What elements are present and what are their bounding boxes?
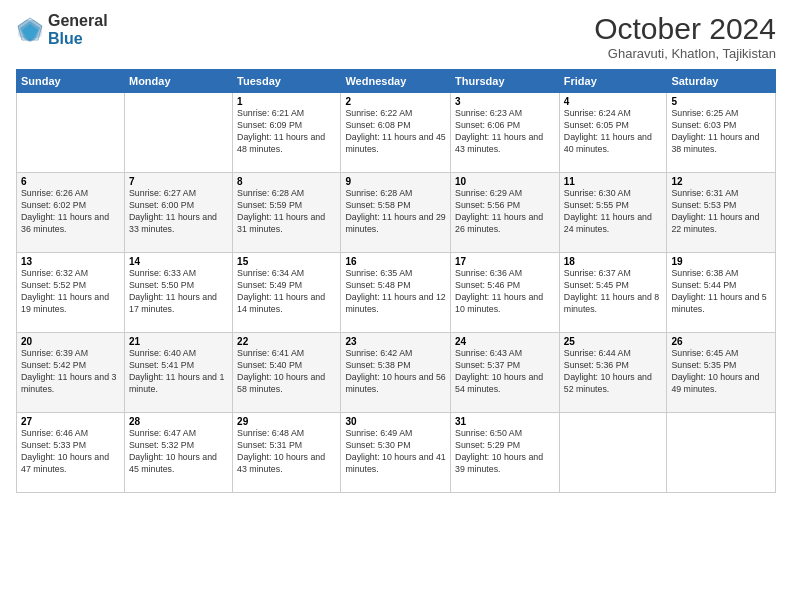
day-info: Sunrise: 6:24 AM Sunset: 6:05 PM Dayligh…: [564, 108, 663, 156]
weekday-header-saturday: Saturday: [667, 70, 776, 93]
day-info: Sunrise: 6:39 AM Sunset: 5:42 PM Dayligh…: [21, 348, 120, 396]
month-title: October 2024: [594, 12, 776, 46]
day-info: Sunrise: 6:35 AM Sunset: 5:48 PM Dayligh…: [345, 268, 446, 316]
calendar-cell: 3Sunrise: 6:23 AM Sunset: 6:06 PM Daylig…: [451, 93, 560, 173]
calendar-cell: 1Sunrise: 6:21 AM Sunset: 6:09 PM Daylig…: [233, 93, 341, 173]
calendar-cell: 28Sunrise: 6:47 AM Sunset: 5:32 PM Dayli…: [124, 413, 232, 493]
calendar-cell: 13Sunrise: 6:32 AM Sunset: 5:52 PM Dayli…: [17, 253, 125, 333]
day-info: Sunrise: 6:50 AM Sunset: 5:29 PM Dayligh…: [455, 428, 555, 476]
day-number: 28: [129, 416, 228, 427]
weekday-header-tuesday: Tuesday: [233, 70, 341, 93]
calendar-cell: [559, 413, 667, 493]
day-number: 2: [345, 96, 446, 107]
calendar-cell: 4Sunrise: 6:24 AM Sunset: 6:05 PM Daylig…: [559, 93, 667, 173]
day-number: 9: [345, 176, 446, 187]
calendar-week-2: 6Sunrise: 6:26 AM Sunset: 6:02 PM Daylig…: [17, 173, 776, 253]
day-info: Sunrise: 6:45 AM Sunset: 5:35 PM Dayligh…: [671, 348, 771, 396]
calendar-cell: 16Sunrise: 6:35 AM Sunset: 5:48 PM Dayli…: [341, 253, 451, 333]
calendar-header-row: SundayMondayTuesdayWednesdayThursdayFrid…: [17, 70, 776, 93]
day-number: 24: [455, 336, 555, 347]
calendar-cell: 31Sunrise: 6:50 AM Sunset: 5:29 PM Dayli…: [451, 413, 560, 493]
day-info: Sunrise: 6:37 AM Sunset: 5:45 PM Dayligh…: [564, 268, 663, 316]
calendar-table: SundayMondayTuesdayWednesdayThursdayFrid…: [16, 69, 776, 493]
calendar-cell: 21Sunrise: 6:40 AM Sunset: 5:41 PM Dayli…: [124, 333, 232, 413]
day-info: Sunrise: 6:26 AM Sunset: 6:02 PM Dayligh…: [21, 188, 120, 236]
day-info: Sunrise: 6:31 AM Sunset: 5:53 PM Dayligh…: [671, 188, 771, 236]
logo-general-text: General: [48, 12, 108, 30]
day-number: 1: [237, 96, 336, 107]
day-number: 21: [129, 336, 228, 347]
day-number: 5: [671, 96, 771, 107]
day-info: Sunrise: 6:30 AM Sunset: 5:55 PM Dayligh…: [564, 188, 663, 236]
calendar-cell: 14Sunrise: 6:33 AM Sunset: 5:50 PM Dayli…: [124, 253, 232, 333]
day-number: 30: [345, 416, 446, 427]
day-number: 27: [21, 416, 120, 427]
day-info: Sunrise: 6:40 AM Sunset: 5:41 PM Dayligh…: [129, 348, 228, 396]
calendar-cell: 11Sunrise: 6:30 AM Sunset: 5:55 PM Dayli…: [559, 173, 667, 253]
day-info: Sunrise: 6:23 AM Sunset: 6:06 PM Dayligh…: [455, 108, 555, 156]
logo-icon: [16, 16, 44, 44]
day-info: Sunrise: 6:46 AM Sunset: 5:33 PM Dayligh…: [21, 428, 120, 476]
page: General Blue October 2024 Gharavuti, Kha…: [0, 0, 792, 612]
calendar-cell: 23Sunrise: 6:42 AM Sunset: 5:38 PM Dayli…: [341, 333, 451, 413]
calendar-cell: 10Sunrise: 6:29 AM Sunset: 5:56 PM Dayli…: [451, 173, 560, 253]
day-info: Sunrise: 6:28 AM Sunset: 5:59 PM Dayligh…: [237, 188, 336, 236]
calendar-cell: 2Sunrise: 6:22 AM Sunset: 6:08 PM Daylig…: [341, 93, 451, 173]
calendar-cell: 29Sunrise: 6:48 AM Sunset: 5:31 PM Dayli…: [233, 413, 341, 493]
day-number: 15: [237, 256, 336, 267]
calendar-cell: [17, 93, 125, 173]
weekday-header-monday: Monday: [124, 70, 232, 93]
day-info: Sunrise: 6:22 AM Sunset: 6:08 PM Dayligh…: [345, 108, 446, 156]
calendar-cell: 17Sunrise: 6:36 AM Sunset: 5:46 PM Dayli…: [451, 253, 560, 333]
day-info: Sunrise: 6:32 AM Sunset: 5:52 PM Dayligh…: [21, 268, 120, 316]
calendar-cell: 27Sunrise: 6:46 AM Sunset: 5:33 PM Dayli…: [17, 413, 125, 493]
day-number: 17: [455, 256, 555, 267]
day-info: Sunrise: 6:29 AM Sunset: 5:56 PM Dayligh…: [455, 188, 555, 236]
location: Gharavuti, Khatlon, Tajikistan: [594, 46, 776, 61]
weekday-header-sunday: Sunday: [17, 70, 125, 93]
calendar-cell: 8Sunrise: 6:28 AM Sunset: 5:59 PM Daylig…: [233, 173, 341, 253]
day-number: 12: [671, 176, 771, 187]
weekday-header-thursday: Thursday: [451, 70, 560, 93]
day-number: 4: [564, 96, 663, 107]
day-info: Sunrise: 6:21 AM Sunset: 6:09 PM Dayligh…: [237, 108, 336, 156]
calendar-cell: [124, 93, 232, 173]
calendar-cell: 9Sunrise: 6:28 AM Sunset: 5:58 PM Daylig…: [341, 173, 451, 253]
day-number: 31: [455, 416, 555, 427]
day-info: Sunrise: 6:36 AM Sunset: 5:46 PM Dayligh…: [455, 268, 555, 316]
day-info: Sunrise: 6:33 AM Sunset: 5:50 PM Dayligh…: [129, 268, 228, 316]
calendar-cell: 5Sunrise: 6:25 AM Sunset: 6:03 PM Daylig…: [667, 93, 776, 173]
header: General Blue October 2024 Gharavuti, Kha…: [16, 12, 776, 61]
day-number: 8: [237, 176, 336, 187]
day-info: Sunrise: 6:48 AM Sunset: 5:31 PM Dayligh…: [237, 428, 336, 476]
day-number: 16: [345, 256, 446, 267]
day-number: 20: [21, 336, 120, 347]
day-number: 11: [564, 176, 663, 187]
day-number: 29: [237, 416, 336, 427]
day-info: Sunrise: 6:27 AM Sunset: 6:00 PM Dayligh…: [129, 188, 228, 236]
logo: General Blue: [16, 12, 108, 47]
calendar-cell: 20Sunrise: 6:39 AM Sunset: 5:42 PM Dayli…: [17, 333, 125, 413]
calendar-week-3: 13Sunrise: 6:32 AM Sunset: 5:52 PM Dayli…: [17, 253, 776, 333]
calendar-cell: 19Sunrise: 6:38 AM Sunset: 5:44 PM Dayli…: [667, 253, 776, 333]
day-number: 14: [129, 256, 228, 267]
calendar-cell: [667, 413, 776, 493]
day-number: 23: [345, 336, 446, 347]
day-number: 10: [455, 176, 555, 187]
day-info: Sunrise: 6:25 AM Sunset: 6:03 PM Dayligh…: [671, 108, 771, 156]
calendar-cell: 6Sunrise: 6:26 AM Sunset: 6:02 PM Daylig…: [17, 173, 125, 253]
calendar-cell: 22Sunrise: 6:41 AM Sunset: 5:40 PM Dayli…: [233, 333, 341, 413]
day-info: Sunrise: 6:34 AM Sunset: 5:49 PM Dayligh…: [237, 268, 336, 316]
calendar-cell: 12Sunrise: 6:31 AM Sunset: 5:53 PM Dayli…: [667, 173, 776, 253]
weekday-header-friday: Friday: [559, 70, 667, 93]
calendar-cell: 26Sunrise: 6:45 AM Sunset: 5:35 PM Dayli…: [667, 333, 776, 413]
day-info: Sunrise: 6:41 AM Sunset: 5:40 PM Dayligh…: [237, 348, 336, 396]
title-section: October 2024 Gharavuti, Khatlon, Tajikis…: [594, 12, 776, 61]
calendar-cell: 24Sunrise: 6:43 AM Sunset: 5:37 PM Dayli…: [451, 333, 560, 413]
calendar-cell: 7Sunrise: 6:27 AM Sunset: 6:00 PM Daylig…: [124, 173, 232, 253]
day-number: 3: [455, 96, 555, 107]
day-info: Sunrise: 6:42 AM Sunset: 5:38 PM Dayligh…: [345, 348, 446, 396]
logo-text: General Blue: [48, 12, 108, 47]
day-number: 18: [564, 256, 663, 267]
day-info: Sunrise: 6:28 AM Sunset: 5:58 PM Dayligh…: [345, 188, 446, 236]
